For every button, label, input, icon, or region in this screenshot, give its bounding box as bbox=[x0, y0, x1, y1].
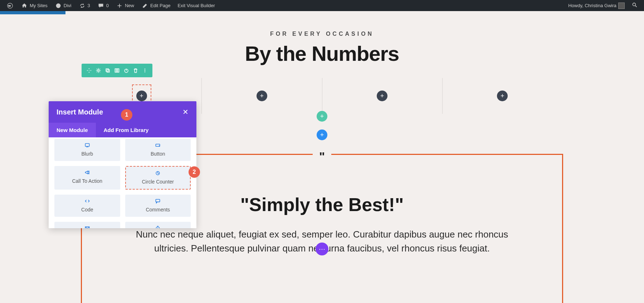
modal-tabs: New Module Add From Library bbox=[49, 123, 196, 137]
add-module-button[interactable]: + bbox=[377, 91, 387, 101]
tab-add-from-library[interactable]: Add From Library bbox=[96, 123, 196, 137]
module-circle-counter[interactable]: Circle Counter bbox=[125, 166, 191, 190]
comments-count: 0 bbox=[106, 3, 109, 8]
svg-rect-5 bbox=[107, 70, 109, 72]
admin-bar-right: Howdy, Christina Gwira bbox=[565, 0, 641, 11]
pencil-icon bbox=[141, 2, 148, 9]
wordpress-icon bbox=[6, 2, 14, 9]
envelope-icon bbox=[54, 225, 120, 228]
comment-icon bbox=[97, 2, 104, 9]
comments-icon bbox=[125, 198, 191, 205]
svg-point-12 bbox=[145, 72, 145, 72]
add-module-button[interactable]: + bbox=[497, 91, 508, 101]
home-icon bbox=[21, 2, 28, 9]
exit-vb-label: Exit Visual Builder bbox=[177, 3, 215, 8]
module-label: Circle Counter bbox=[126, 179, 190, 185]
add-section-button[interactable]: + bbox=[317, 129, 327, 140]
admin-bar-left: My Sites Divi 3 0 New Edit Page Exit Vis… bbox=[3, 0, 219, 11]
megaphone-icon bbox=[54, 170, 120, 176]
divi-label: Divi bbox=[64, 3, 72, 8]
svg-rect-13 bbox=[85, 143, 89, 146]
add-row-button[interactable]: + bbox=[317, 111, 327, 122]
svg-rect-4 bbox=[106, 69, 108, 71]
modal-title: Insert Module bbox=[57, 108, 103, 116]
module-more-button[interactable]: ⋯ bbox=[316, 243, 328, 255]
module-comments[interactable]: Comments bbox=[125, 195, 191, 217]
module-label: Button bbox=[125, 151, 191, 157]
svg-point-3 bbox=[98, 70, 99, 72]
howdy-label: Howdy, Christina Gwira bbox=[568, 3, 616, 8]
code-icon bbox=[54, 198, 120, 205]
module-contact-form[interactable]: Contact Form bbox=[54, 222, 120, 228]
new-label: New bbox=[125, 3, 134, 8]
module-label: Call To Action bbox=[54, 178, 120, 184]
svg-point-1 bbox=[56, 3, 60, 8]
comments-link[interactable]: 0 bbox=[94, 0, 112, 11]
svg-point-11 bbox=[145, 70, 145, 71]
column-3[interactable]: + bbox=[322, 78, 443, 114]
wp-admin-bar: My Sites Divi 3 0 New Edit Page Exit Vis… bbox=[0, 0, 644, 11]
new-link[interactable]: New bbox=[112, 0, 138, 11]
my-sites-link[interactable]: My Sites bbox=[17, 0, 51, 11]
search-icon bbox=[632, 2, 638, 9]
section-title: By the Numbers bbox=[0, 41, 644, 65]
move-icon[interactable] bbox=[84, 66, 94, 75]
module-button[interactable]: Button bbox=[125, 139, 191, 161]
module-code[interactable]: Code bbox=[54, 195, 120, 217]
module-blurb[interactable]: Blurb bbox=[54, 139, 120, 161]
svg-rect-16 bbox=[156, 199, 160, 202]
annotation-callout-1: 1 bbox=[121, 109, 132, 121]
plus-icon bbox=[116, 2, 123, 9]
svg-point-10 bbox=[145, 69, 145, 69]
edit-page-label: Edit Page bbox=[150, 3, 170, 8]
tab-new-module[interactable]: New Module bbox=[49, 123, 96, 137]
wp-logo[interactable] bbox=[3, 0, 17, 11]
more-icon[interactable] bbox=[140, 66, 150, 75]
clock-icon bbox=[125, 225, 191, 228]
annotation-callout-2: 2 bbox=[189, 166, 200, 178]
svg-point-2 bbox=[633, 3, 635, 6]
module-label: Comments bbox=[125, 207, 191, 212]
module-call-to-action[interactable]: Call To Action bbox=[54, 166, 120, 190]
svg-rect-7 bbox=[116, 69, 117, 72]
insert-module-modal: Insert Module ✕ New Module Add From Libr… bbox=[49, 101, 196, 228]
section-subtitle: FOR EVERY OCCASION bbox=[0, 31, 644, 37]
row-toolbar bbox=[82, 64, 152, 77]
search-toggle[interactable] bbox=[628, 0, 641, 11]
button-icon bbox=[125, 142, 191, 149]
divi-link[interactable]: Divi bbox=[51, 0, 75, 11]
updates-link[interactable]: 3 bbox=[75, 0, 94, 11]
blurb-icon bbox=[54, 142, 120, 149]
columns-icon[interactable] bbox=[112, 66, 122, 75]
module-countdown-timer[interactable]: Countdown Timer bbox=[125, 222, 191, 228]
quote-mark: " bbox=[313, 150, 331, 163]
gear-icon[interactable] bbox=[94, 66, 103, 75]
svg-rect-6 bbox=[115, 69, 116, 72]
circle-counter-icon bbox=[126, 170, 190, 177]
trash-icon[interactable] bbox=[131, 66, 140, 75]
close-icon[interactable]: ✕ bbox=[182, 108, 189, 116]
column-2[interactable]: + bbox=[202, 78, 322, 114]
add-module-button[interactable]: + bbox=[136, 91, 147, 101]
avatar bbox=[618, 3, 625, 9]
power-icon[interactable] bbox=[122, 66, 131, 75]
divi-icon bbox=[55, 2, 62, 9]
refresh-icon bbox=[79, 2, 86, 9]
howdy-link[interactable]: Howdy, Christina Gwira bbox=[565, 0, 628, 11]
module-label: Blurb bbox=[54, 151, 120, 157]
updates-count: 3 bbox=[88, 3, 90, 8]
exit-vb-link[interactable]: Exit Visual Builder bbox=[174, 0, 219, 11]
svg-rect-8 bbox=[118, 69, 119, 72]
modal-body: Blurb Button Call To Action Circle Count… bbox=[49, 137, 196, 228]
edit-page-link[interactable]: Edit Page bbox=[138, 0, 174, 11]
duplicate-icon[interactable] bbox=[103, 66, 112, 75]
my-sites-label: My Sites bbox=[30, 3, 48, 8]
column-4[interactable]: + bbox=[443, 78, 562, 114]
module-label: Code bbox=[54, 207, 120, 212]
add-module-button[interactable]: + bbox=[257, 91, 267, 101]
